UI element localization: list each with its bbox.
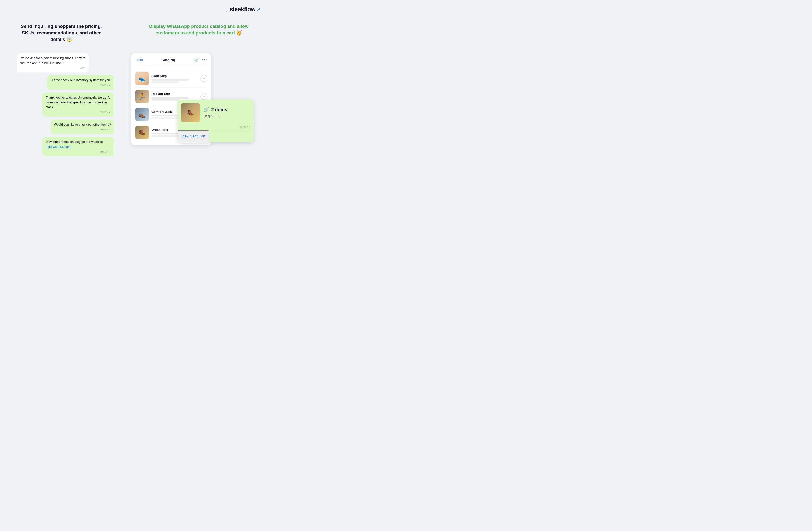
cart-tick-icon: ✓✓ [246,126,250,129]
cart-shopping-icon: 🛒 [203,107,209,113]
headline-right: Display WhatsApp product catalog and all… [144,23,254,43]
catalog-header: ‹ Info Catalog 🛒 ••• [135,58,207,65]
back-button[interactable]: ‹ Info [135,58,143,62]
product-desc-bar-1 [151,82,179,83]
catalog-link[interactable]: https://shoes.com [46,145,71,148]
product-name-radiant-run: Radiant Run [151,92,198,95]
headline-left: Send inquiring shoppers the pricing, SKU… [17,23,106,43]
product-name-swift-step: Swift Step [151,74,198,77]
product-info-swift-step: Swift Step [149,74,201,83]
add-radiant-run-button[interactable]: + [201,93,207,100]
catalog-actions: 🛒 ••• [194,58,207,62]
product-image-urban-hike: 🥾 [135,126,149,139]
timestamp-4: 09:57 ✓✓ [54,128,111,132]
chevron-left-icon: ‹ [135,58,136,62]
tick-icon-2: ✓✓ [106,110,111,114]
product-image-swift-step: 👟 [135,72,149,85]
timestamp-3: 09:56 ✓✓ [46,110,111,114]
tick-icon-1: ✓✓ [106,83,111,87]
cart-items-count: 2 items [211,107,227,113]
cart-shoe-emoji: 🥾 [181,103,200,122]
bubble-received-1: I'm looking for a pair of running shoes.… [17,53,89,72]
message-text-2: Let me check our inventory system for yo… [50,78,111,82]
cart-icon[interactable]: 🛒 [194,58,199,62]
product-price-bar-2 [151,97,189,99]
more-options-icon[interactable]: ••• [202,58,207,62]
message-text-5: View our product catalog on our website:… [46,140,103,148]
logo: _sleekflow ↗ [227,6,261,13]
message-text-4: Would you like to check out other items? [54,122,111,126]
bubble-sent-3: Would you like to check out other items?… [50,120,114,134]
product-image-radiant-run: 🏃 [135,90,149,103]
cart-items-row: 🛒 2 items [203,107,250,113]
message-sent-2: Thank you for waiting. Unfortunately, we… [17,92,114,117]
product-desc-bar-2 [151,99,179,101]
logo-text: _sleekflow [227,6,256,13]
logo-arrow: ↗ [256,6,261,12]
product-desc-bar-3 [151,117,179,119]
shoe-emoji-1: 👟 [135,72,149,85]
bubble-sent-4: View our product catalog on our website:… [42,137,114,156]
bubble-sent-1: Let me check our inventory system for yo… [47,75,114,90]
back-label: Info [137,58,143,62]
message-sent-3: Would you like to check out other items?… [17,120,114,134]
shoe-emoji-4: 🥾 [135,126,149,139]
bubble-sent-2: Thank you for waiting. Unfortunately, we… [42,92,114,117]
timestamp-5: 09:58 ✓✓ [46,150,111,154]
timestamp-2: 09:45 ✓✓ [50,83,111,87]
message-sent-1: Let me check our inventory system for yo… [17,75,114,90]
message-received-1: I'm looking for a pair of running shoes.… [17,53,114,72]
right-section: ‹ Info Catalog 🛒 ••• 👟 Swift Step [127,53,249,145]
product-image-comfort-walk: 👞 [135,107,149,121]
cart-timestamp: 09:42 ✓✓ [178,126,254,130]
message-text-1: I'm looking for a pair of running shoes.… [20,56,85,65]
cart-info: 🛒 2 items US$ 90.00 [203,107,250,118]
shoe-emoji-3: 👞 [135,107,149,121]
add-swift-step-button[interactable]: + [201,75,207,82]
shoe-emoji-2: 🏃 [135,90,149,103]
message-sent-4: View our product catalog on our website:… [17,137,114,156]
cart-price: US$ 90.00 [203,114,250,118]
chat-section: I'm looking for a pair of running shoes.… [17,53,114,159]
message-text-3: Thank you for waiting. Unfortunately, we… [46,95,110,109]
product-item-swift-step: 👟 Swift Step + [135,70,207,88]
cart-shoe-image: 🥾 [181,103,200,122]
catalog-title: Catalog [161,58,175,62]
tick-icon-4: ✓✓ [106,150,111,154]
main-content: I'm looking for a pair of running shoes.… [0,43,271,159]
timestamp-1: 09:44 [20,66,85,70]
cart-bubble: 🥾 🛒 2 items US$ 90.00 09:42 ✓✓ View Sent… [178,100,254,142]
cart-bubble-top: 🥾 🛒 2 items US$ 90.00 [178,100,254,126]
product-price-bar-1 [151,79,189,80]
view-sent-cart-button[interactable]: View Sent Cart [178,130,209,142]
tick-icon-3: ✓✓ [106,128,111,132]
